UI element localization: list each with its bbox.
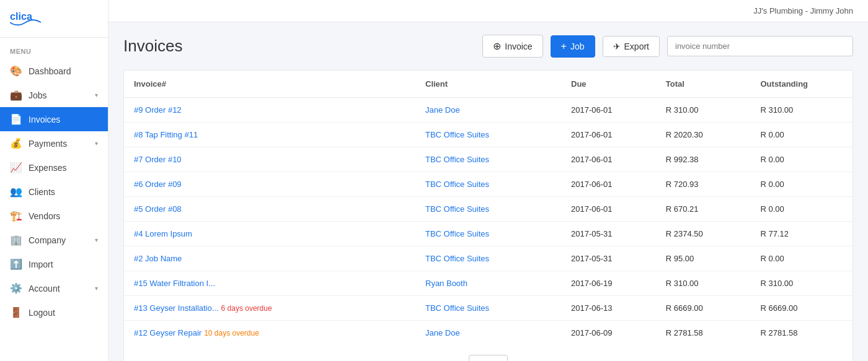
sidebar-item-invoices[interactable]: 📄 Invoices bbox=[0, 107, 108, 131]
due-date: 2017-06-01 bbox=[561, 98, 656, 123]
outstanding-amount: R 2781.58 bbox=[751, 321, 853, 346]
sidebar-item-label: Import bbox=[29, 259, 98, 269]
table-row: #8 Tap Fitting #11TBC Office Suites2017-… bbox=[124, 123, 852, 147]
sidebar-item-clients[interactable]: 👥 Clients bbox=[0, 180, 108, 204]
sidebar-item-payments[interactable]: 💰 Payments ▾ bbox=[0, 131, 108, 155]
next-button[interactable]: next bbox=[469, 355, 508, 361]
content: Invoices ⊕ Invoice + Job ✈ Export bbox=[108, 22, 868, 361]
company-icon: 🏢 bbox=[10, 234, 22, 246]
outstanding-amount: R 0.00 bbox=[751, 172, 853, 197]
total-amount: R 670.21 bbox=[656, 197, 751, 222]
sidebar-item-label: Account bbox=[29, 284, 89, 294]
total-amount: R 95.00 bbox=[656, 246, 751, 271]
client-link[interactable]: Jane Doe bbox=[425, 105, 460, 115]
table-row: #12 Geyser Repair10 days overdueJane Doe… bbox=[124, 321, 852, 346]
due-date: 2017-06-01 bbox=[561, 123, 656, 147]
logout-icon: 🚪 bbox=[10, 307, 22, 318]
total-amount: R 2020.30 bbox=[656, 123, 751, 147]
client-link[interactable]: Jane Doe bbox=[425, 328, 460, 337]
outstanding-amount: R 310.00 bbox=[751, 271, 853, 296]
sidebar-item-logout[interactable]: 🚪 Logout bbox=[0, 300, 108, 324]
client-link[interactable]: TBC Office Suites bbox=[425, 130, 489, 139]
sidebar-item-label: Vendors bbox=[29, 211, 98, 221]
main-area: JJ's Plumbing - Jimmy John Invoices ⊕ In… bbox=[108, 0, 868, 361]
sidebar-item-label: Clients bbox=[29, 187, 98, 197]
invoice-button[interactable]: ⊕ Invoice bbox=[482, 35, 542, 58]
search-input[interactable] bbox=[667, 36, 853, 56]
expenses-icon: 📈 bbox=[10, 162, 22, 173]
client-link[interactable]: TBC Office Suites bbox=[425, 254, 489, 263]
logo: clica bbox=[0, 0, 108, 38]
menu-label: MENU bbox=[0, 38, 108, 59]
invoice-button-label: Invoice bbox=[505, 41, 532, 51]
top-bar: JJ's Plumbing - Jimmy John bbox=[108, 0, 868, 22]
invoice-link[interactable]: #9 Order #12 bbox=[134, 105, 182, 115]
client-link[interactable]: Ryan Booth bbox=[425, 279, 467, 288]
table-row: #2 Job NameTBC Office Suites2017-05-31R … bbox=[124, 246, 852, 271]
client-link[interactable]: TBC Office Suites bbox=[425, 155, 489, 164]
due-date: 2017-06-19 bbox=[561, 271, 656, 296]
sidebar-item-expenses[interactable]: 📈 Expenses bbox=[0, 155, 108, 180]
col-header-outstanding: Outstanding bbox=[751, 71, 853, 98]
sidebar-item-label: Payments bbox=[29, 139, 89, 149]
page-title: Invoices bbox=[123, 37, 475, 56]
plus-icon: + bbox=[561, 41, 567, 52]
invoice-link[interactable]: #15 Water Filtration I... bbox=[134, 279, 215, 288]
company-title: JJ's Plumbing - Jimmy John bbox=[753, 6, 853, 15]
client-link[interactable]: TBC Office Suites bbox=[425, 180, 489, 189]
due-date: 2017-06-09 bbox=[561, 321, 656, 346]
sidebar-item-account[interactable]: ⚙️ Account ▾ bbox=[0, 276, 108, 300]
account-icon: ⚙️ bbox=[10, 282, 22, 294]
invoice-link[interactable]: #12 Geyser Repair bbox=[134, 328, 202, 337]
sidebar-item-company[interactable]: 🏢 Company ▾ bbox=[0, 228, 108, 252]
plus-circle-icon: ⊕ bbox=[493, 40, 501, 52]
clients-icon: 👥 bbox=[10, 186, 22, 198]
jobs-icon: 💼 bbox=[10, 89, 22, 101]
table-row: #7 Order #10TBC Office Suites2017-06-01R… bbox=[124, 147, 852, 172]
invoice-link[interactable]: #13 Geyser Installatio... bbox=[134, 303, 219, 313]
due-date: 2017-05-31 bbox=[561, 222, 656, 246]
client-link[interactable]: TBC Office Suites bbox=[425, 303, 489, 313]
total-amount: R 2374.50 bbox=[656, 222, 751, 246]
table-row: #5 Order #08TBC Office Suites2017-06-01R… bbox=[124, 197, 852, 222]
sidebar-item-dashboard[interactable]: 🎨 Dashboard bbox=[0, 59, 108, 83]
chevron-down-icon: ▾ bbox=[95, 140, 98, 147]
pagination: next bbox=[124, 345, 852, 361]
outstanding-amount: R 77.12 bbox=[751, 222, 853, 246]
sidebar-item-label: Expenses bbox=[29, 163, 98, 173]
sidebar-item-label: Logout bbox=[29, 308, 98, 318]
sidebar-item-label: Dashboard bbox=[29, 66, 98, 76]
invoice-link[interactable]: #7 Order #10 bbox=[134, 155, 182, 164]
invoices-icon: 📄 bbox=[10, 113, 22, 125]
chevron-down-icon: ▾ bbox=[95, 237, 98, 243]
invoice-link[interactable]: #4 Lorem Ipsum bbox=[134, 229, 192, 238]
col-header-client: Client bbox=[415, 71, 561, 98]
table-row: #6 Order #09TBC Office Suites2017-06-01R… bbox=[124, 172, 852, 197]
invoice-link[interactable]: #8 Tap Fitting #11 bbox=[134, 130, 198, 139]
sidebar-item-jobs[interactable]: 💼 Jobs ▾ bbox=[0, 83, 108, 107]
invoice-link[interactable]: #2 Job Name bbox=[134, 254, 182, 263]
outstanding-amount: R 310.00 bbox=[751, 98, 853, 123]
export-button[interactable]: ✈ Export bbox=[603, 36, 660, 57]
outstanding-amount: R 6669.00 bbox=[751, 296, 853, 321]
outstanding-amount: R 0.00 bbox=[751, 123, 853, 147]
col-header-total: Total bbox=[656, 71, 751, 98]
overdue-badge: 6 days overdue bbox=[221, 304, 272, 313]
sidebar-item-import[interactable]: ⬆️ Import bbox=[0, 252, 108, 276]
sidebar-item-label: Invoices bbox=[29, 115, 98, 124]
table-header-row: Invoice# Client Due Total Outstanding bbox=[124, 71, 852, 98]
outstanding-amount: R 0.00 bbox=[751, 197, 853, 222]
due-date: 2017-06-01 bbox=[561, 147, 656, 172]
job-button[interactable]: + Job bbox=[551, 35, 595, 58]
total-amount: R 310.00 bbox=[656, 98, 751, 123]
sidebar-item-vendors[interactable]: 🏗️ Vendors bbox=[0, 204, 108, 228]
client-link[interactable]: TBC Office Suites bbox=[425, 204, 489, 214]
due-date: 2017-05-31 bbox=[561, 246, 656, 271]
invoice-link[interactable]: #6 Order #09 bbox=[134, 180, 182, 189]
col-header-due: Due bbox=[561, 71, 656, 98]
total-amount: R 720.93 bbox=[656, 172, 751, 197]
invoice-link[interactable]: #5 Order #08 bbox=[134, 204, 182, 214]
page-header: Invoices ⊕ Invoice + Job ✈ Export bbox=[123, 35, 853, 58]
client-link[interactable]: TBC Office Suites bbox=[425, 229, 489, 238]
total-amount: R 2781.58 bbox=[656, 321, 751, 346]
